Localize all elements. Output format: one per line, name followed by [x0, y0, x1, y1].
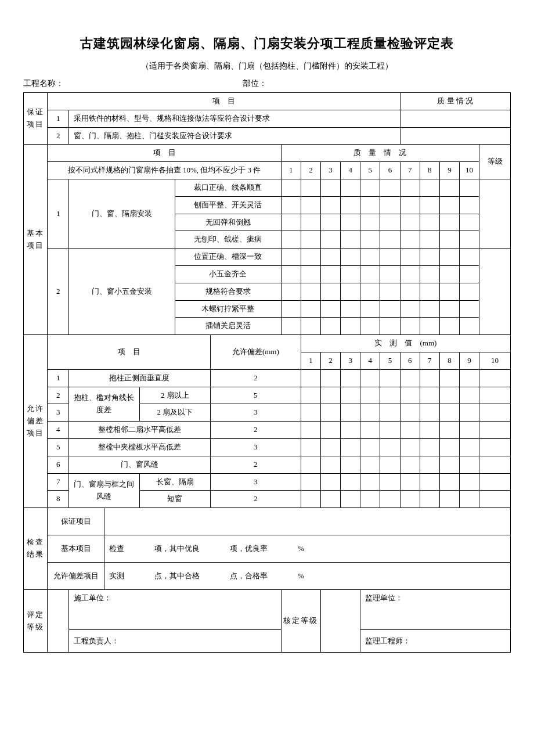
tol-cell[interactable]: [400, 387, 420, 404]
tol-cell[interactable]: [380, 491, 400, 508]
basic-cell[interactable]: [460, 196, 479, 214]
tol-cell[interactable]: [479, 491, 511, 508]
tol-cell[interactable]: [479, 456, 511, 473]
basic-cell[interactable]: [380, 179, 400, 196]
tol-cell[interactable]: [460, 387, 479, 404]
basic-cell[interactable]: [439, 300, 459, 318]
basic-cell[interactable]: [439, 214, 459, 231]
basic-cell[interactable]: [281, 265, 301, 283]
tol-cell[interactable]: [439, 422, 459, 439]
basic-cell[interactable]: [400, 318, 420, 335]
basic-cell[interactable]: [439, 283, 459, 300]
basic-cell[interactable]: [380, 214, 400, 231]
basic-cell[interactable]: [341, 265, 360, 283]
tol-cell[interactable]: [360, 438, 380, 456]
basic-cell[interactable]: [360, 318, 380, 335]
basic-cell[interactable]: [420, 300, 439, 318]
tol-cell[interactable]: [460, 404, 479, 422]
basic-cell[interactable]: [420, 231, 439, 249]
tol-cell[interactable]: [301, 422, 320, 439]
basic-cell[interactable]: [400, 196, 420, 214]
tol-cell[interactable]: [420, 369, 439, 387]
basic-cell[interactable]: [360, 214, 380, 231]
guarantee-row-value[interactable]: [400, 127, 510, 145]
eval-verify-cell[interactable]: [320, 590, 360, 653]
basic-cell[interactable]: [320, 179, 340, 196]
basic-cell[interactable]: [460, 318, 479, 335]
tol-cell[interactable]: [420, 491, 439, 508]
tol-cell[interactable]: [439, 473, 459, 491]
basic-cell[interactable]: [400, 265, 420, 283]
tol-cell[interactable]: [400, 473, 420, 491]
basic-cell[interactable]: [439, 318, 459, 335]
basic-cell[interactable]: [380, 283, 400, 300]
basic-cell[interactable]: [320, 283, 340, 300]
tol-cell[interactable]: [320, 369, 340, 387]
basic-cell[interactable]: [380, 318, 400, 335]
basic-cell[interactable]: [380, 249, 400, 266]
tol-cell[interactable]: [341, 491, 360, 508]
basic-cell[interactable]: [301, 265, 320, 283]
tol-cell[interactable]: [341, 438, 360, 456]
basic-cell[interactable]: [460, 179, 479, 196]
basic-cell[interactable]: [360, 283, 380, 300]
tol-cell[interactable]: [341, 473, 360, 491]
basic-cell[interactable]: [439, 179, 459, 196]
tol-cell[interactable]: [439, 456, 459, 473]
tol-cell[interactable]: [460, 422, 479, 439]
basic-cell[interactable]: [320, 265, 340, 283]
basic-cell[interactable]: [439, 265, 459, 283]
basic-cell[interactable]: [281, 196, 301, 214]
basic-cell[interactable]: [360, 300, 380, 318]
tol-cell[interactable]: [360, 387, 380, 404]
basic-cell[interactable]: [341, 179, 360, 196]
tol-cell[interactable]: [360, 491, 380, 508]
basic-cell[interactable]: [360, 249, 380, 266]
basic-cell[interactable]: [420, 196, 439, 214]
basic-cell[interactable]: [301, 249, 320, 266]
basic-cell[interactable]: [380, 300, 400, 318]
basic-cell[interactable]: [460, 265, 479, 283]
eval-supervisor-label[interactable]: 监理单位：: [360, 590, 511, 630]
tol-cell[interactable]: [439, 404, 459, 422]
basic-cell[interactable]: [460, 249, 479, 266]
eval-manager-label[interactable]: 工程负责人：: [69, 630, 282, 653]
basic-cell[interactable]: [400, 283, 420, 300]
basic-cell[interactable]: [360, 179, 380, 196]
basic-cell[interactable]: [301, 231, 320, 249]
basic-cell[interactable]: [341, 283, 360, 300]
tol-cell[interactable]: [400, 422, 420, 439]
basic-cell[interactable]: [301, 179, 320, 196]
basic-cell[interactable]: [320, 196, 340, 214]
basic-cell[interactable]: [360, 265, 380, 283]
basic-cell[interactable]: [439, 231, 459, 249]
eval-contractor-label[interactable]: 施工单位：: [69, 590, 282, 630]
tol-cell[interactable]: [360, 456, 380, 473]
tol-cell[interactable]: [460, 369, 479, 387]
tol-cell[interactable]: [420, 422, 439, 439]
tol-cell[interactable]: [479, 404, 511, 422]
basic-cell[interactable]: [360, 231, 380, 249]
tol-cell[interactable]: [400, 369, 420, 387]
basic-cell[interactable]: [420, 214, 439, 231]
tol-cell[interactable]: [320, 438, 340, 456]
basic-cell[interactable]: [460, 300, 479, 318]
basic-cell[interactable]: [400, 300, 420, 318]
tol-cell[interactable]: [420, 387, 439, 404]
eval-engineer-label[interactable]: 监理工程师：: [360, 630, 511, 653]
tol-cell[interactable]: [341, 369, 360, 387]
basic-cell[interactable]: [400, 214, 420, 231]
basic-cell[interactable]: [420, 283, 439, 300]
tol-cell[interactable]: [301, 438, 320, 456]
basic-cell[interactable]: [400, 231, 420, 249]
tol-cell[interactable]: [301, 369, 320, 387]
basic-cell[interactable]: [301, 283, 320, 300]
basic-cell[interactable]: [400, 249, 420, 266]
tol-cell[interactable]: [479, 387, 511, 404]
tol-cell[interactable]: [301, 404, 320, 422]
basic-cell[interactable]: [420, 265, 439, 283]
tol-cell[interactable]: [420, 438, 439, 456]
basic-cell[interactable]: [420, 318, 439, 335]
tol-cell[interactable]: [460, 438, 479, 456]
basic-cell[interactable]: [281, 318, 301, 335]
